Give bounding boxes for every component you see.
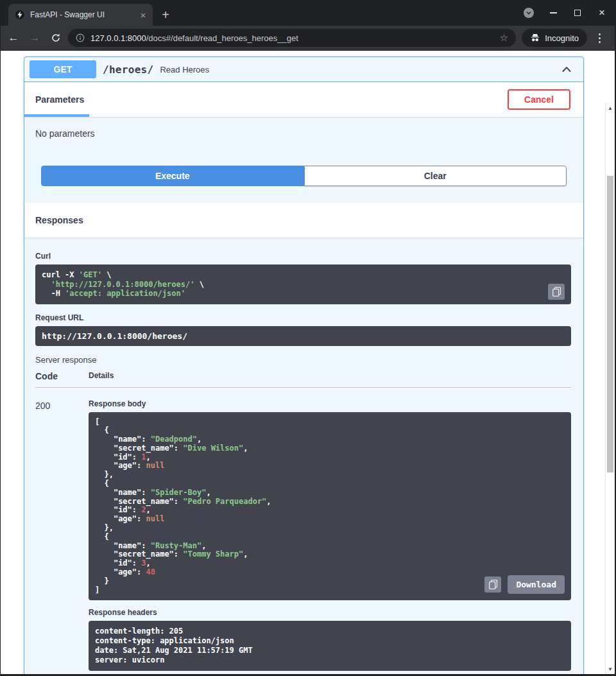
browser-tab[interactable]: FastAPI - Swagger UI ×: [8, 4, 153, 26]
site-info-icon[interactable]: [76, 33, 85, 42]
no-parameters-text: No parameters: [35, 128, 572, 139]
tab-close-icon[interactable]: ×: [137, 9, 149, 21]
scrollbar-thumb[interactable]: [607, 176, 613, 472]
response-headers-code: content-length: 205content-type: applica…: [95, 627, 565, 665]
response-row-200: 200 Response body [ { "name": "Deadpond"…: [35, 388, 571, 672]
back-button[interactable]: ←: [4, 29, 22, 47]
url-host: 127.0.0.1:8000: [90, 33, 146, 43]
clear-button[interactable]: Clear: [304, 166, 567, 186]
url-text: 127.0.0.1:8000/docs#/default/read_heroes…: [90, 33, 494, 43]
response-headers-block: content-length: 205content-type: applica…: [89, 621, 571, 671]
responses-title: Responses: [35, 215, 83, 225]
reload-button[interactable]: [47, 29, 65, 47]
response-body-label: Response body: [89, 399, 571, 408]
new-tab-button[interactable]: +: [157, 6, 175, 24]
request-url-block: http://127.0.0.1:8000/heroes/: [35, 326, 571, 346]
response-body-code: [ { "name": "Deadpond", "secret_name": "…: [95, 418, 565, 595]
curl-command-block: curl -X 'GET' \ 'http://127.0.0.1:8000/h…: [35, 264, 571, 304]
menu-kebab-icon[interactable]: [590, 29, 608, 47]
active-tab-underline: [24, 114, 89, 117]
incognito-badge: Incognito: [522, 29, 587, 47]
execute-button[interactable]: Execute: [41, 166, 304, 186]
operation-summary: Read Heroes: [160, 65, 554, 74]
url-path: /docs#/default/read_heroes_heroes__get: [146, 33, 298, 43]
forward-button[interactable]: →: [26, 29, 44, 47]
request-url-value: http://127.0.0.1:8000/heroes/: [42, 331, 187, 341]
status-code: 200: [35, 399, 89, 672]
fastapi-favicon-icon: [15, 10, 25, 20]
code-column-header: Code: [35, 371, 89, 381]
response-table-header: Code Details: [35, 371, 571, 388]
operation-path: /heroes/: [103, 64, 153, 76]
collapse-chevron-icon[interactable]: [560, 63, 573, 76]
tab-strip: FastAPI - Swagger UI × + ×: [1, 0, 615, 26]
response-body-block: [ { "name": "Deadpond", "secret_name": "…: [89, 412, 571, 601]
response-details-cell: Response body [ { "name": "Deadpond", "s…: [89, 399, 571, 672]
request-url-label: Request URL: [35, 313, 571, 322]
opblock-summary[interactable]: GET /heroes/ Read Heroes: [24, 57, 583, 82]
copy-curl-button[interactable]: [548, 284, 565, 300]
browser-toolbar: ← → 127.0.0.1:8000/docs#/default/read_he…: [1, 26, 615, 51]
parameters-body: No parameters Execute Clear: [24, 117, 583, 203]
maximize-button[interactable]: [572, 8, 583, 18]
tab-search-icon[interactable]: [524, 8, 534, 18]
page-scrollbar[interactable]: ▲ ▼: [605, 102, 615, 676]
tab-title: FastAPI - Swagger UI: [30, 10, 132, 19]
server-response-label: Server response: [35, 355, 571, 365]
minimize-button[interactable]: [548, 8, 558, 18]
scrollbar-down-arrow[interactable]: ▼: [606, 665, 615, 674]
tab-parameters[interactable]: Parameters: [35, 94, 84, 105]
browser-window: FastAPI - Swagger UI × + × ← →: [0, 0, 616, 676]
incognito-icon: [530, 33, 540, 43]
swagger-page: GET /heroes/ Read Heroes Parameters Canc…: [1, 51, 615, 676]
http-method-badge: GET: [30, 60, 96, 78]
execute-button-group: Execute Clear: [41, 166, 567, 186]
parameters-header: Parameters Cancel: [24, 82, 583, 117]
copy-response-button[interactable]: [484, 576, 501, 593]
responses-body: Curl curl -X 'GET' \ 'http://127.0.0.1:8…: [24, 238, 583, 676]
server-response-table: Code Details 200 Response body [ { "name…: [35, 371, 571, 672]
response-body-controls: Download: [484, 575, 565, 594]
curl-label: Curl: [35, 252, 571, 261]
responses-header: Responses: [24, 203, 583, 238]
scrollbar-up-arrow[interactable]: ▲: [606, 104, 615, 113]
close-window-button[interactable]: ×: [597, 8, 607, 18]
download-button[interactable]: Download: [508, 575, 565, 594]
response-headers-label: Response headers: [89, 608, 571, 617]
details-column-header: Details: [89, 371, 571, 381]
address-bar[interactable]: 127.0.0.1:8000/docs#/default/read_heroes…: [68, 29, 516, 47]
incognito-label: Incognito: [545, 33, 579, 43]
window-controls: ×: [524, 0, 607, 26]
parameters-tab-label: Parameters: [35, 94, 84, 105]
curl-command-code: curl -X 'GET' \ 'http://127.0.0.1:8000/h…: [42, 270, 542, 299]
opblock-get-heroes: GET /heroes/ Read Heroes Parameters Canc…: [24, 56, 584, 676]
bookmark-star-icon[interactable]: ☆: [500, 32, 508, 44]
cancel-button[interactable]: Cancel: [508, 89, 570, 110]
